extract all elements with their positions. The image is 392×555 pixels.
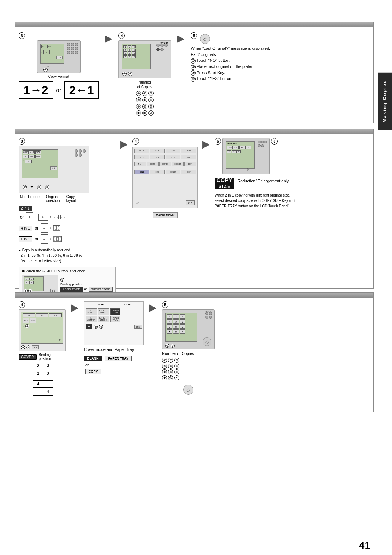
row2-btn2[interactable]: E→L — [150, 155, 165, 159]
btn[interactable] — [75, 47, 78, 50]
btn[interactable] — [79, 149, 82, 153]
reduction-label: Reduction/ Enlargement only — [237, 178, 289, 184]
cover-button[interactable]: COVER — [19, 354, 37, 360]
step4-ok[interactable]: 0 K — [186, 200, 195, 205]
sec3-btn-ltr2[interactable]: 2→1 — [30, 318, 36, 323]
btn5b[interactable] — [261, 141, 264, 143]
sec3-start-diamond[interactable]: ◇ — [203, 337, 211, 346]
copy-opt2[interactable]: LTRE →LTRE □ — [98, 316, 109, 322]
row4-btn4[interactable]: DEST — [181, 170, 196, 174]
blank-button[interactable]: BLANK — [84, 356, 102, 361]
cell-3a: 3 — [43, 362, 53, 369]
np7[interactable]: 7 — [167, 324, 172, 329]
top-btn4[interactable]: 2SID — [181, 149, 196, 153]
row3-btn1[interactable]: N IN 1 — [134, 162, 146, 166]
landscape-icon: A₁ — [38, 214, 48, 221]
np9[interactable]: 9 — [180, 324, 185, 329]
btn[interactable] — [71, 43, 74, 46]
inst-sub4: Touch "YES" button. — [196, 76, 232, 81]
btn[interactable] — [67, 51, 70, 54]
btn5d[interactable] — [258, 144, 261, 147]
btn[interactable] — [67, 47, 70, 50]
sec2-ok-btn[interactable]: 0 K — [50, 166, 57, 170]
num-copies-panel: 1 2 3 4 5 6 7 8 — [118, 40, 171, 116]
btn[interactable] — [79, 153, 82, 157]
start-diamond-display[interactable]: ◇ — [183, 385, 193, 395]
cover-panel-footer: ▼ ③ ④ 0 K — [86, 324, 142, 329]
s3-btn-c[interactable] — [205, 316, 208, 319]
cover-ok-btn[interactable]: 0 K — [134, 325, 142, 329]
binding-diagram2: 4 1 — [33, 380, 66, 396]
row4-btn2[interactable]: ORIG — [150, 170, 165, 174]
top-btn2[interactable]: SIZE — [150, 149, 165, 153]
s3-btn-d[interactable] — [209, 316, 212, 319]
top-btn1[interactable]: COPY — [134, 149, 149, 153]
top-btn3[interactable]: TRAY — [166, 149, 180, 153]
np-hash[interactable]: # — [180, 329, 185, 334]
binding-row4: 1 — [33, 388, 66, 396]
btn[interactable] — [71, 51, 74, 54]
paper-tray-1[interactable]: □LETTER — [86, 308, 97, 315]
paper-tray-light[interactable]: PAPERTRAY — [110, 316, 121, 322]
btn[interactable] — [83, 149, 86, 153]
btn[interactable] — [71, 47, 74, 50]
copy-format-label: Copy Format — [48, 74, 69, 78]
row2-btn3[interactable]: L→L — [166, 155, 180, 159]
np3[interactable]: 3 — [180, 314, 185, 319]
np0[interactable]: 0 — [173, 329, 179, 334]
cell-empty — [43, 380, 53, 388]
sec3-btn-ltr[interactable]: 1→2 — [23, 318, 29, 323]
sec3-btn-p2[interactable]: P 2 — [36, 313, 49, 317]
step3-ok[interactable]: 0 K — [56, 56, 63, 59]
inst-num2: ② — [191, 65, 196, 70]
btn5c[interactable] — [264, 141, 267, 143]
btn-r5[interactable] — [160, 48, 164, 51]
np8[interactable]: 8 — [173, 324, 179, 329]
row2-btn4[interactable]: STM — [181, 155, 196, 159]
section3-header-bar — [15, 293, 373, 298]
copy-size-key[interactable]: COPY SIZE — [215, 178, 234, 189]
btn5e[interactable] — [261, 144, 264, 147]
np6[interactable]: 6 — [180, 319, 185, 324]
paper-tray-2[interactable]: □LETTER — [86, 316, 97, 322]
sec2-step4-panel: COPY SIZE TRAY 2SID E→E E→L L→L STM N IN… — [132, 147, 198, 208]
row3-btn2[interactable]: COVER — [147, 162, 159, 166]
row4-btn1[interactable]: N IN 1 — [134, 170, 149, 174]
section3-container: 4 P 1 P 2 P 3 1→2 2→1 — [15, 292, 374, 412]
btn[interactable] — [75, 153, 78, 157]
btn[interactable] — [75, 149, 78, 153]
btn-r4[interactable] — [156, 48, 160, 51]
start-button-display[interactable]: ◇ — [200, 34, 210, 44]
row4-btn3[interactable]: BOX LET — [166, 170, 180, 174]
row3-btn4[interactable]: ORIG.LET — [172, 162, 183, 166]
step4-top-buttons: COPY SIZE TRAY 2SID — [134, 149, 196, 153]
row3-btn5[interactable]: DEST — [184, 162, 196, 166]
sec3-btn-p1[interactable]: P 1 — [23, 313, 35, 317]
btn-r1[interactable] — [156, 44, 160, 47]
c0: ⓪ — [168, 375, 173, 380]
short-edge-btn[interactable]: SHORT EDGE — [89, 287, 113, 292]
step4-circle-labels: ① ② — [122, 72, 132, 76]
row2-btn1[interactable]: E→E — [134, 155, 149, 159]
sec3-btn-p3[interactable]: P 3 — [49, 313, 62, 317]
cover-options: □LETTER □LETTER LTRE →LTRE □ LTRE →LTRE … — [86, 308, 142, 322]
np5[interactable]: 5 — [173, 319, 179, 324]
sec3-ok-btn[interactable]: 0 K — [32, 345, 39, 349]
paper-tray-button[interactable]: PAPER TRAY — [105, 356, 132, 361]
btn[interactable] — [67, 43, 70, 46]
paper-tray-dark1[interactable]: PAPERTRAY — [110, 308, 121, 315]
np2[interactable]: 2 — [173, 314, 179, 319]
basic-menu-button[interactable]: BASIC MENU — [153, 212, 178, 218]
long-edge-btn[interactable]: LONG EDGE — [60, 287, 83, 292]
step4-row4: N IN 1 ORIG BOX LET DEST — [134, 170, 196, 174]
np1[interactable]: 1 — [167, 314, 172, 319]
np4[interactable]: 4 — [167, 319, 172, 324]
btn5a[interactable] — [258, 141, 261, 143]
np-star[interactable]: ✱ — [167, 329, 172, 334]
sec2-finger-labels: ① ✱ ② ③ — [23, 185, 49, 189]
copy-button[interactable]: COPY — [85, 369, 101, 374]
copy-opt1[interactable]: LTRE →LTRE □ — [98, 308, 109, 315]
btn[interactable] — [75, 43, 78, 46]
btn[interactable] — [75, 51, 78, 54]
row3-btn3[interactable]: DUPLEX — [159, 162, 171, 166]
